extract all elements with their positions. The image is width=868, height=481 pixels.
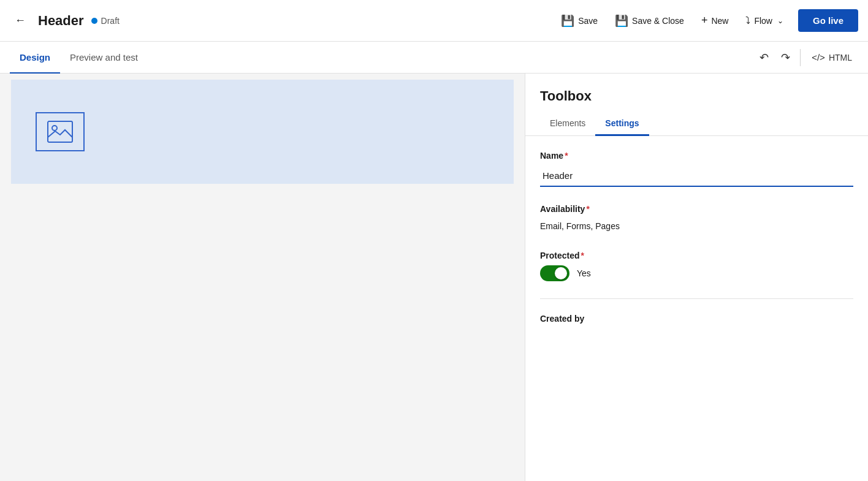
toolbox-panel: Toolbox Elements Settings Name* Availabi… xyxy=(525,74,868,481)
toggle-knob xyxy=(555,267,567,279)
svg-point-1 xyxy=(52,126,57,131)
name-field-section: Name* xyxy=(540,151,853,187)
page-title: Header xyxy=(38,13,84,29)
toolbox-tabs: Elements Settings xyxy=(525,112,868,136)
save-button[interactable]: 💾 Save xyxy=(554,10,605,31)
redo-button[interactable]: ↷ xyxy=(776,47,795,68)
save-close-label: Save & Close xyxy=(632,16,684,26)
top-toolbar: ← Header Draft 💾 Save 💾 Save & Close + N… xyxy=(0,0,868,42)
undo-icon: ↶ xyxy=(760,51,769,64)
protected-field-section: Protected* Yes xyxy=(540,251,853,281)
protected-toggle[interactable] xyxy=(540,265,569,281)
canvas-header-block[interactable] xyxy=(11,80,514,184)
draft-status: Draft xyxy=(101,16,120,26)
canvas-inner xyxy=(11,80,514,184)
image-placeholder xyxy=(36,112,85,151)
toolbox-content: Name* Availability* Email, Forms, Pages … xyxy=(525,136,868,355)
toolbox-tab-elements[interactable]: Elements xyxy=(540,112,595,136)
draft-dot-icon xyxy=(91,18,97,24)
save-close-button[interactable]: 💾 Save & Close xyxy=(607,10,691,31)
flow-label: Flow xyxy=(754,16,772,26)
availability-required-star: * xyxy=(586,204,589,214)
tabs-divider xyxy=(800,49,801,66)
tab-design[interactable]: Design xyxy=(10,42,60,74)
tab-preview[interactable]: Preview and test xyxy=(60,42,148,74)
plus-icon: + xyxy=(701,14,708,27)
availability-value: Email, Forms, Pages xyxy=(540,219,853,233)
protected-field-label: Protected* xyxy=(540,251,853,260)
toolbox-tab-settings[interactable]: Settings xyxy=(595,112,649,136)
back-button[interactable]: ← xyxy=(10,12,31,29)
chevron-down-icon: ⌄ xyxy=(777,17,783,25)
top-bar-left: ← Header Draft xyxy=(10,12,549,29)
new-button[interactable]: + New xyxy=(694,10,736,31)
canvas-area xyxy=(0,74,525,481)
tabs-actions: ↶ ↷ </> HTML xyxy=(755,47,858,68)
created-by-section: Created by xyxy=(540,314,853,324)
name-field-label: Name* xyxy=(540,151,853,161)
created-by-label: Created by xyxy=(540,314,853,324)
flow-icon: ⤵ xyxy=(745,15,750,26)
flow-button[interactable]: ⤵ Flow ⌄ xyxy=(738,12,791,30)
draft-badge: Draft xyxy=(91,16,120,26)
html-label: HTML xyxy=(829,53,852,62)
protected-required-star: * xyxy=(581,251,584,260)
name-input[interactable] xyxy=(540,165,853,187)
new-label: New xyxy=(711,16,728,26)
top-bar-actions: 💾 Save 💾 Save & Close + New ⤵ Flow ⌄ Go … xyxy=(554,9,858,32)
image-icon xyxy=(47,120,74,143)
availability-field-label: Availability* xyxy=(540,204,853,214)
html-button[interactable]: </> HTML xyxy=(805,48,858,66)
save-close-icon: 💾 xyxy=(615,14,628,28)
redo-icon: ↷ xyxy=(781,51,790,64)
toggle-row: Yes xyxy=(540,265,853,281)
toolbox-title: Toolbox xyxy=(525,74,868,112)
save-icon: 💾 xyxy=(561,14,574,28)
svg-rect-0 xyxy=(48,121,72,142)
save-label: Save xyxy=(578,16,598,26)
code-icon: </> xyxy=(812,52,825,62)
name-required-star: * xyxy=(565,151,568,161)
tabs-row: Design Preview and test ↶ ↷ </> HTML xyxy=(0,42,868,74)
availability-field-section: Availability* Email, Forms, Pages xyxy=(540,204,853,233)
go-live-button[interactable]: Go live xyxy=(798,9,858,32)
section-divider xyxy=(540,298,853,299)
undo-button[interactable]: ↶ xyxy=(755,47,774,68)
main-area: Toolbox Elements Settings Name* Availabi… xyxy=(0,74,868,481)
toggle-yes-label: Yes xyxy=(577,268,591,278)
